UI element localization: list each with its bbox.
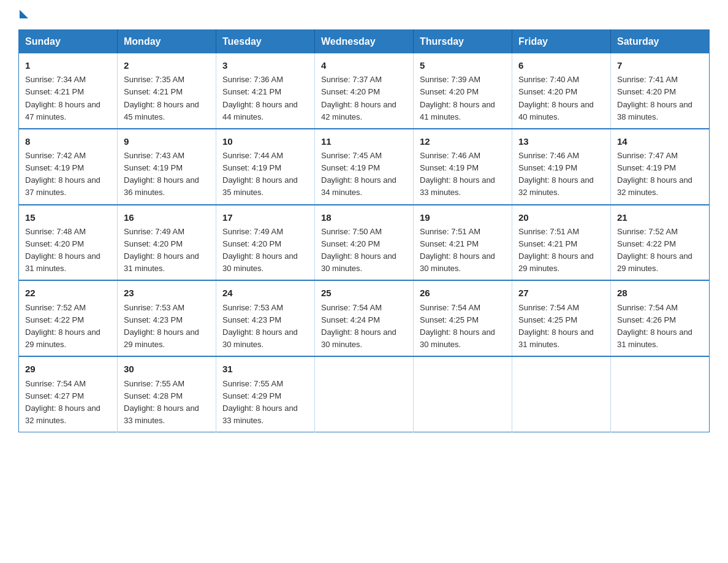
sunset-text: Sunset: 4:28 PM	[124, 391, 183, 400]
calendar-cell: 10Sunrise: 7:44 AMSunset: 4:19 PMDayligh…	[216, 129, 315, 205]
daylight-text: Daylight: 8 hours and 30 minutes.	[420, 327, 495, 349]
calendar-cell	[611, 356, 710, 432]
calendar-cell: 7Sunrise: 7:41 AMSunset: 4:20 PMDaylight…	[611, 53, 710, 129]
sunset-text: Sunset: 4:21 PM	[25, 87, 84, 96]
daylight-text: Daylight: 8 hours and 45 minutes.	[124, 100, 199, 121]
sunrise-text: Sunrise: 7:53 AM	[124, 303, 184, 312]
sunrise-text: Sunrise: 7:54 AM	[25, 379, 86, 388]
day-number: 23	[124, 286, 210, 300]
sunset-text: Sunset: 4:25 PM	[518, 315, 577, 324]
calendar-cell: 23Sunrise: 7:53 AMSunset: 4:23 PMDayligh…	[118, 280, 216, 356]
weekday-header-thursday: Thursday	[414, 30, 512, 54]
day-number: 30	[124, 362, 210, 376]
day-number: 19	[420, 210, 506, 224]
sunset-text: Sunset: 4:19 PM	[25, 163, 84, 172]
calendar-cell: 22Sunrise: 7:52 AMSunset: 4:22 PMDayligh…	[19, 280, 118, 356]
day-number: 22	[25, 286, 111, 300]
daylight-text: Daylight: 8 hours and 31 minutes.	[25, 251, 100, 273]
calendar-cell: 14Sunrise: 7:47 AMSunset: 4:19 PMDayligh…	[611, 129, 710, 205]
sunset-text: Sunset: 4:24 PM	[321, 315, 380, 324]
calendar-cell: 19Sunrise: 7:51 AMSunset: 4:21 PMDayligh…	[414, 205, 512, 281]
daylight-text: Daylight: 8 hours and 32 minutes.	[25, 404, 100, 425]
sunrise-text: Sunrise: 7:46 AM	[420, 151, 480, 160]
sunrise-text: Sunrise: 7:52 AM	[25, 303, 86, 312]
sunrise-text: Sunrise: 7:39 AM	[420, 75, 480, 84]
weekday-header-sunday: Sunday	[19, 30, 118, 54]
sunset-text: Sunset: 4:21 PM	[518, 239, 577, 248]
sunrise-text: Sunrise: 7:45 AM	[321, 151, 382, 160]
day-number: 16	[124, 210, 210, 224]
daylight-text: Daylight: 8 hours and 29 minutes.	[124, 327, 199, 349]
sunrise-text: Sunrise: 7:48 AM	[25, 227, 86, 236]
sunset-text: Sunset: 4:19 PM	[518, 163, 577, 172]
day-number: 15	[25, 210, 111, 224]
daylight-text: Daylight: 8 hours and 30 minutes.	[222, 251, 298, 273]
daylight-text: Daylight: 8 hours and 37 minutes.	[25, 175, 100, 197]
calendar-cell: 6Sunrise: 7:40 AMSunset: 4:20 PMDaylight…	[512, 53, 611, 129]
calendar-week-row: 8Sunrise: 7:42 AMSunset: 4:19 PMDaylight…	[19, 129, 710, 205]
sunrise-text: Sunrise: 7:35 AM	[124, 75, 184, 84]
day-number: 24	[222, 286, 308, 300]
day-number: 4	[321, 58, 407, 72]
day-number: 11	[321, 134, 407, 148]
sunset-text: Sunset: 4:21 PM	[222, 87, 281, 96]
calendar-cell: 21Sunrise: 7:52 AMSunset: 4:22 PMDayligh…	[611, 205, 710, 281]
daylight-text: Daylight: 8 hours and 30 minutes.	[222, 327, 298, 349]
calendar-cell: 5Sunrise: 7:39 AMSunset: 4:20 PMDaylight…	[414, 53, 512, 129]
logo-triangle-icon	[20, 10, 28, 18]
sunset-text: Sunset: 4:20 PM	[321, 87, 380, 96]
day-number: 2	[124, 58, 210, 72]
day-number: 1	[25, 58, 111, 72]
sunset-text: Sunset: 4:19 PM	[321, 163, 380, 172]
calendar-week-row: 15Sunrise: 7:48 AMSunset: 4:20 PMDayligh…	[19, 205, 710, 281]
day-number: 17	[222, 210, 308, 224]
sunrise-text: Sunrise: 7:43 AM	[124, 151, 184, 160]
sunset-text: Sunset: 4:19 PM	[420, 163, 479, 172]
sunset-text: Sunset: 4:20 PM	[420, 87, 479, 96]
calendar-table: SundayMondayTuesdayWednesdayThursdayFrid…	[18, 29, 710, 432]
daylight-text: Daylight: 8 hours and 30 minutes.	[321, 327, 396, 349]
calendar-cell: 13Sunrise: 7:46 AMSunset: 4:19 PMDayligh…	[512, 129, 611, 205]
daylight-text: Daylight: 8 hours and 35 minutes.	[222, 175, 298, 197]
calendar-cell: 26Sunrise: 7:54 AMSunset: 4:25 PMDayligh…	[414, 280, 512, 356]
day-number: 27	[518, 286, 604, 300]
daylight-text: Daylight: 8 hours and 31 minutes.	[617, 327, 692, 349]
day-number: 10	[222, 134, 308, 148]
sunset-text: Sunset: 4:23 PM	[124, 315, 183, 324]
page-header	[18, 12, 710, 18]
logo	[18, 12, 28, 18]
daylight-text: Daylight: 8 hours and 29 minutes.	[518, 251, 594, 273]
sunset-text: Sunset: 4:26 PM	[617, 315, 676, 324]
daylight-text: Daylight: 8 hours and 33 minutes.	[222, 404, 298, 425]
calendar-cell: 16Sunrise: 7:49 AMSunset: 4:20 PMDayligh…	[118, 205, 216, 281]
calendar-cell: 17Sunrise: 7:49 AMSunset: 4:20 PMDayligh…	[216, 205, 315, 281]
sunset-text: Sunset: 4:20 PM	[222, 239, 281, 248]
weekday-header-tuesday: Tuesday	[216, 30, 315, 54]
weekday-header-saturday: Saturday	[611, 30, 710, 54]
calendar-cell	[512, 356, 611, 432]
sunset-text: Sunset: 4:21 PM	[124, 87, 183, 96]
day-number: 6	[518, 58, 604, 72]
daylight-text: Daylight: 8 hours and 30 minutes.	[321, 251, 396, 273]
daylight-text: Daylight: 8 hours and 44 minutes.	[222, 100, 298, 121]
calendar-cell: 29Sunrise: 7:54 AMSunset: 4:27 PMDayligh…	[19, 356, 118, 432]
daylight-text: Daylight: 8 hours and 32 minutes.	[518, 175, 594, 197]
calendar-cell: 18Sunrise: 7:50 AMSunset: 4:20 PMDayligh…	[315, 205, 414, 281]
day-number: 13	[518, 134, 604, 148]
sunrise-text: Sunrise: 7:54 AM	[617, 303, 678, 312]
sunrise-text: Sunrise: 7:51 AM	[518, 227, 579, 236]
weekday-header-row: SundayMondayTuesdayWednesdayThursdayFrid…	[19, 30, 710, 54]
calendar-cell: 8Sunrise: 7:42 AMSunset: 4:19 PMDaylight…	[19, 129, 118, 205]
daylight-text: Daylight: 8 hours and 31 minutes.	[518, 327, 594, 349]
sunset-text: Sunset: 4:23 PM	[222, 315, 281, 324]
calendar-cell: 11Sunrise: 7:45 AMSunset: 4:19 PMDayligh…	[315, 129, 414, 205]
sunrise-text: Sunrise: 7:54 AM	[321, 303, 382, 312]
sunrise-text: Sunrise: 7:54 AM	[518, 303, 579, 312]
sunrise-text: Sunrise: 7:53 AM	[222, 303, 283, 312]
calendar-cell: 20Sunrise: 7:51 AMSunset: 4:21 PMDayligh…	[512, 205, 611, 281]
sunset-text: Sunset: 4:25 PM	[420, 315, 479, 324]
day-number: 31	[222, 362, 308, 376]
day-number: 28	[617, 286, 703, 300]
daylight-text: Daylight: 8 hours and 41 minutes.	[420, 100, 495, 121]
weekday-header-monday: Monday	[118, 30, 216, 54]
